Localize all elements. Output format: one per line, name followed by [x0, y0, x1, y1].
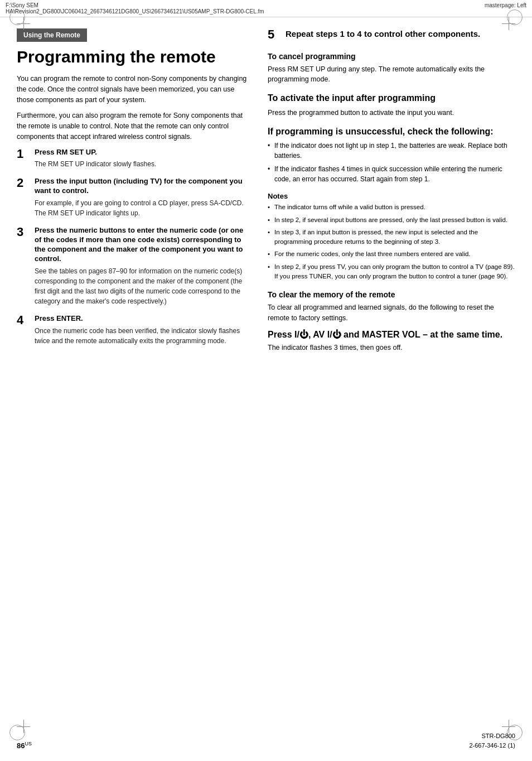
page-title: Programming the remote: [17, 47, 251, 66]
step-2: 2 Press the input button (including TV) …: [17, 177, 251, 218]
clear-heading: To clear the memory of the remote: [268, 290, 515, 299]
step-2-content: Press the input button (including TV) fo…: [35, 177, 251, 218]
step-3-desc: See the tables on pages 87–90 for inform…: [35, 266, 251, 306]
step-4-number: 4: [17, 314, 29, 326]
cancel-text: Press RM SET UP during any step. The rem…: [268, 64, 515, 85]
step-3-content: Press the numeric buttons to enter the n…: [35, 226, 251, 306]
intro-paragraph-2: Furthermore, you can also program the re…: [17, 110, 251, 142]
cancel-heading: To cancel programming: [268, 52, 515, 61]
unsuccessful-list: If the indicator does not light up in st…: [268, 141, 515, 184]
bottom-bar: 86US STR-DG800 2-667-346-12 (1): [17, 731, 515, 750]
step-5: 5 Repeat steps 1 to 4 to control other c…: [268, 28, 515, 42]
intro-paragraph-1: You can program the remote to control no…: [17, 74, 251, 105]
unsuccessful-heading: If programming is unsuccessful, check th…: [268, 126, 515, 138]
step-2-number: 2: [17, 177, 29, 189]
step-5-content: Repeat steps 1 to 4 to control other com…: [286, 28, 480, 42]
step-1-number: 1: [17, 148, 29, 160]
clear-text: To clear all programmed and learned sign…: [268, 302, 515, 324]
step-4-desc: Once the numeric code has been verified,…: [35, 326, 251, 346]
notes-list: The indicator turns off while a valid bu…: [268, 203, 515, 281]
masterpage-label: masterpage: Left: [485, 2, 526, 8]
press-heading: Press I/⏻, AV I/⏻ and MASTER VOL – at th…: [268, 329, 515, 341]
step-3-title: Press the numeric buttons to enter the n…: [35, 226, 251, 264]
model-number: 2-667-346-12 (1): [469, 741, 515, 750]
step-2-title: Press the input button (including TV) fo…: [35, 177, 251, 196]
step-4-title: Press ENTER.: [35, 314, 251, 324]
unsuccessful-item-1: If the indicator does not light up in st…: [268, 141, 515, 161]
step-4: 4 Press ENTER. Once the numeric code has…: [17, 314, 251, 346]
step-1-desc: The RM SET UP indicator slowly flashes.: [35, 159, 156, 169]
step-5-title: Repeat steps 1 to 4 to control other com…: [286, 28, 480, 40]
step-5-number: 5: [268, 28, 280, 41]
note-4: For the numeric codes, only the last thr…: [268, 249, 515, 259]
step-1-title: Press RM SET UP.: [35, 148, 156, 157]
step-2-desc: For example, if you are going to control…: [35, 198, 251, 218]
section-badge: Using the Remote: [17, 28, 87, 42]
step-3: 3 Press the numeric buttons to enter the…: [17, 226, 251, 306]
right-column: 5 Repeat steps 1 to 4 to control other c…: [268, 28, 515, 359]
note-3: In step 3, if an input button is pressed…: [268, 228, 515, 247]
step-4-content: Press ENTER. Once the numeric code has b…: [35, 314, 251, 346]
step-1-content: Press RM SET UP. The RM SET UP indicator…: [35, 148, 156, 170]
page-content: Using the Remote Programming the remote …: [0, 17, 532, 375]
activate-text: Press the programmed button to activate …: [268, 108, 515, 118]
unsuccessful-item-2: If the indicator flashes 4 times in quic…: [268, 164, 515, 184]
note-2: In step 2, if several input buttons are …: [268, 215, 515, 225]
press-text: The indicator flashes 3 times, then goes…: [268, 343, 515, 353]
left-column: Using the Remote Programming the remote …: [17, 28, 251, 359]
file-path-line2: HA\Revision2_DG800\JC060412_2667346121DG…: [6, 8, 264, 15]
notes-heading: Notes: [268, 192, 515, 200]
top-bar: F:\Sony SEM HA\Revision2_DG800\JC060412_…: [0, 0, 532, 17]
step-1: 1 Press RM SET UP. The RM SET UP indicat…: [17, 148, 251, 170]
activate-heading: To activate the input after programming: [268, 93, 515, 104]
note-1: The indicator turns off while a valid bu…: [268, 203, 515, 212]
crosshair-circle-top-right: [507, 9, 523, 25]
note-5: In step 2, if you press TV, you can only…: [268, 262, 515, 282]
top-bar-left: F:\Sony SEM HA\Revision2_DG800\JC060412_…: [6, 2, 264, 15]
crosshair-circle-top-left: [9, 9, 25, 25]
file-path-line1: F:\Sony SEM: [6, 2, 264, 8]
model-info: STR-DG800 2-667-346-12 (1): [469, 731, 515, 750]
notes-section: Notes The indicator turns off while a va…: [268, 192, 515, 281]
step-3-number: 3: [17, 226, 29, 238]
page-number: 86US: [17, 741, 32, 750]
model-name: STR-DG800: [469, 731, 515, 741]
